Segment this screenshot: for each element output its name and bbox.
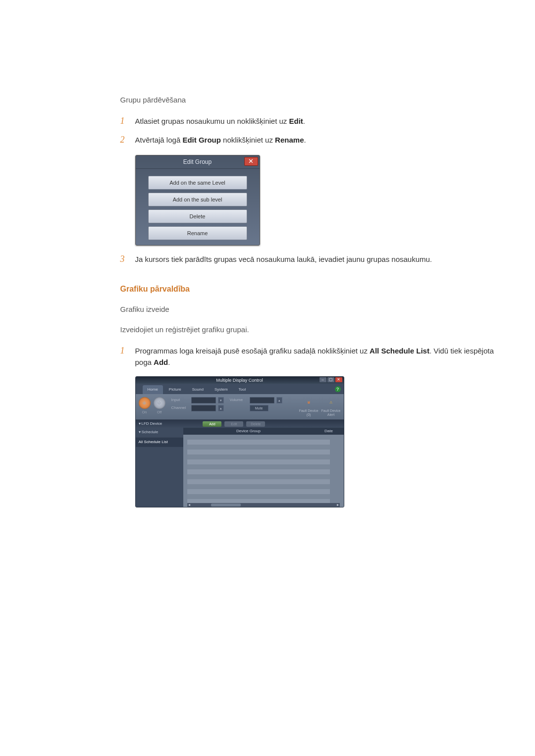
power-controls: ⏻ On ⏻ Off xyxy=(139,397,165,416)
steps-create: 1 Programmas loga kreisajā pusē esošajā … xyxy=(120,344,497,368)
step-number: 2 xyxy=(120,133,135,147)
section-title-rename: Grupu pārdēvēšana xyxy=(120,94,497,105)
step-number: 1 xyxy=(120,114,135,128)
scrollbar-thumb[interactable] xyxy=(211,504,241,506)
sidebar-item-label: All Schedule List xyxy=(139,440,168,444)
edit-group-label: Edit Group xyxy=(182,136,221,144)
horizontal-scrollbar[interactable]: ◂ ▸ xyxy=(187,503,340,507)
delete-button[interactable]: Delete xyxy=(246,421,265,427)
window-titlebar: Multiple Display Control – ▢ ✕ xyxy=(136,377,344,384)
tab-tool[interactable]: Tool xyxy=(234,385,251,394)
heading-schedule-management: Grafiku pārvaldība xyxy=(120,283,497,296)
table-header: Device Group Date xyxy=(183,428,344,435)
text: . xyxy=(303,117,305,125)
text: noklikšķiniet uz xyxy=(221,136,275,144)
table-rows-empty xyxy=(187,440,330,503)
input-label: Input xyxy=(171,397,189,403)
close-icon[interactable]: ✕ xyxy=(244,157,258,166)
tab-picture[interactable]: Picture xyxy=(164,385,186,394)
tab-sound[interactable]: Sound xyxy=(187,385,209,394)
spinner-icon[interactable]: ▴ xyxy=(218,405,224,411)
steps-rename: 1 Atlasiet grupas nosaukumu un noklikšķi… xyxy=(120,114,497,147)
window-title: Multiple Display Control xyxy=(216,378,263,383)
add-button[interactable]: Add xyxy=(203,421,221,427)
sidebar-item-all-schedule[interactable]: All Schedule List xyxy=(136,438,183,447)
rename-button[interactable]: Rename xyxy=(148,226,247,240)
step-text: Atlasiet grupas nosaukumu un noklikšķini… xyxy=(135,114,497,128)
step-number: 3 xyxy=(120,252,135,266)
close-icon[interactable]: ✕ xyxy=(335,377,342,382)
power-on-button[interactable]: ⏻ xyxy=(139,397,151,409)
sidebar-item-schedule[interactable]: ▾ Schedule xyxy=(136,428,183,437)
all-schedule-list-label: All Schedule List xyxy=(370,347,429,355)
spinner-icon[interactable]: ▴ xyxy=(276,397,282,403)
section-title-create: Grafiku izveide xyxy=(120,303,497,315)
lfd-device-label: LFD Device xyxy=(142,421,162,427)
channel-label: Channel xyxy=(171,405,189,411)
action-bar: ▾ LFD Device Add Edit Delete xyxy=(136,420,344,428)
input-field[interactable] xyxy=(191,397,216,403)
step-text: Programmas loga kreisajā pusē esošajā gr… xyxy=(135,344,497,368)
step-text: Ja kursors tiek parādīts grupas vecā nos… xyxy=(135,252,497,266)
fault-count: (0) xyxy=(307,413,311,417)
dialog-title: Edit Group xyxy=(183,158,212,165)
maximize-icon[interactable]: ▢ xyxy=(327,377,334,382)
power-on-label: On xyxy=(142,410,147,415)
ribbon-tabs: Home Picture Sound System Tool xyxy=(136,384,344,394)
text: Programmas loga kreisajā pusē esošajā gr… xyxy=(135,347,370,355)
chevron-right-icon[interactable]: ▸ xyxy=(336,503,340,507)
page: Grupu pārdēvēšana 1 Atlasiet grupas nosa… xyxy=(39,0,497,587)
delete-button[interactable]: Delete xyxy=(148,209,247,223)
text: . xyxy=(168,358,170,366)
edit-button[interactable]: Edit xyxy=(224,421,243,427)
add-same-level-button[interactable]: Add on the same Level xyxy=(148,176,247,190)
mute-button[interactable]: Mute xyxy=(250,405,268,411)
text: . xyxy=(304,136,306,144)
sidebar-item-label: Schedule xyxy=(142,430,158,434)
edit-label: Edit xyxy=(289,117,303,125)
intro-paragraph: Izveidojiet un reģistrējiet grafiku grup… xyxy=(120,324,497,335)
volume-block: Volume▴ Mute xyxy=(230,397,282,416)
dialog-titlebar: Edit Group ✕ xyxy=(136,155,260,169)
lower-pane: ▾ Schedule All Schedule List Device Grou… xyxy=(136,428,344,507)
fault-indicators: 🖥Fault Device(0) ⚠Fault DeviceAlert xyxy=(299,397,341,416)
step-number: 1 xyxy=(120,344,135,368)
tab-system[interactable]: System xyxy=(210,385,233,394)
power-off-button[interactable]: ⏻ xyxy=(154,397,165,409)
sidebar: ▾ Schedule All Schedule List xyxy=(136,428,183,507)
chevron-left-icon[interactable]: ◂ xyxy=(187,503,191,507)
window-controls: – ▢ ✕ xyxy=(320,377,342,382)
volume-label: Volume xyxy=(230,397,248,403)
text: Atvērtajā logā xyxy=(135,136,183,144)
chevron-down-icon[interactable]: ▾ xyxy=(218,397,224,403)
step-text: Atvērtajā logā Edit Group noklikšķiniet … xyxy=(135,133,497,147)
text: Atlasiet grupas nosaukumu un noklikšķini… xyxy=(135,117,289,125)
edit-group-dialog: Edit Group ✕ Add on the same Level Add o… xyxy=(135,155,260,246)
rename-label: Rename xyxy=(275,136,304,144)
fault-label: Fault Device xyxy=(299,409,319,413)
add-label: Add xyxy=(154,358,168,366)
column-date: Date xyxy=(314,428,344,434)
input-channel-block: Input▾ Channel▴ xyxy=(171,397,224,416)
chevron-down-icon[interactable]: ▾ xyxy=(139,421,141,427)
channel-field[interactable] xyxy=(191,405,216,411)
mdc-app-window: Multiple Display Control – ▢ ✕ Home Pict… xyxy=(135,376,344,508)
tab-home[interactable]: Home xyxy=(143,385,163,394)
fault-alert-label: Alert xyxy=(327,413,334,417)
add-sub-level-button[interactable]: Add on the sub level xyxy=(148,193,247,206)
help-icon[interactable]: ? xyxy=(335,386,341,392)
content-pane: Device Group Date ◂ ▸ xyxy=(183,428,344,507)
steps-rename-cont: 3 Ja kursors tiek parādīts grupas vecā n… xyxy=(120,252,497,266)
ribbon-content: ⏻ On ⏻ Off Input▾ Channel▴ Volume▴ Mute … xyxy=(136,394,344,420)
power-off-label: Off xyxy=(157,410,161,415)
column-device-group: Device Group xyxy=(183,428,314,434)
minimize-icon[interactable]: – xyxy=(320,377,326,382)
monitor-warning-icon: 🖥 xyxy=(303,397,314,408)
volume-field[interactable] xyxy=(250,397,274,403)
fault-label: Fault Device xyxy=(321,409,341,413)
warning-icon: ⚠ xyxy=(325,397,336,408)
